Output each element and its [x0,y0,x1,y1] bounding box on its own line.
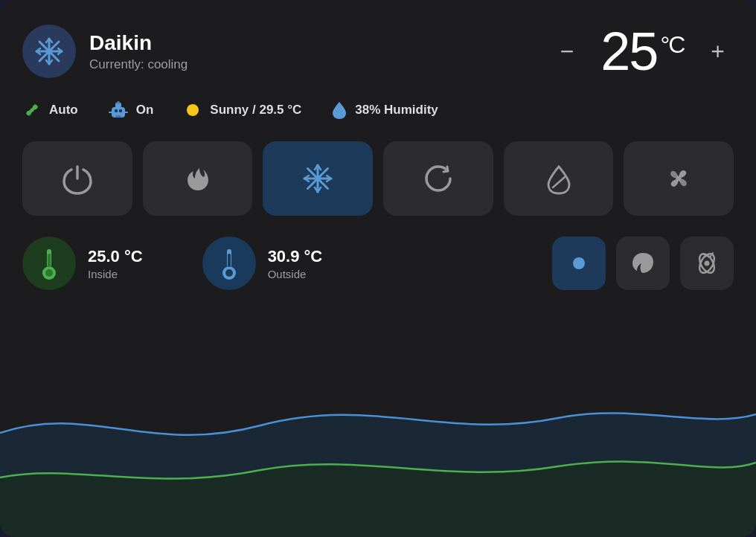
brand-text: Daikin Currently: cooling [89,30,188,72]
mode-cool-button[interactable] [263,141,373,216]
power-status: On [108,100,154,120]
svg-point-44 [573,257,585,269]
svg-point-35 [676,176,682,181]
mode-heat-button[interactable] [143,141,253,216]
svg-line-34 [553,177,565,187]
power-label: On [136,103,154,118]
droplet-icon [331,100,347,120]
fan-icon [22,100,42,120]
humidity-status: 38% Humidity [331,100,438,120]
svg-rect-20 [115,115,121,118]
header-left: Daikin Currently: cooling [22,25,188,78]
outside-temp-value: 30.9 °C [268,247,323,266]
mode-auto-button[interactable] [383,141,493,216]
dot-action-button[interactable] [552,237,606,290]
svg-point-42 [225,269,233,277]
mode-dry-button[interactable] [504,141,614,216]
temp-display: 25 °C [600,21,684,82]
mode-buttons [22,141,734,216]
svg-point-12 [31,109,34,112]
svg-rect-15 [119,109,122,112]
fan-status: Auto [22,100,78,120]
outside-temp-reading: 30.9 °C Outside [202,237,323,290]
svg-point-47 [705,261,710,266]
svg-point-38 [45,269,53,277]
temp-value: 25 [600,21,657,82]
brand-name: Daikin [89,30,188,56]
robot-icon [108,100,129,120]
temp-readings: 25.0 °C Inside 30.9 °C Outside [22,237,734,290]
weather-status: Sunny / 29.5 °C [183,100,301,120]
svg-rect-43 [228,254,231,267]
inside-label: Inside [88,268,143,280]
eco-action-button[interactable] [616,237,670,290]
temp-increase-button[interactable]: + [702,33,734,69]
outside-temp-text: 30.9 °C Outside [268,247,323,280]
svg-rect-39 [48,254,51,267]
temp-decrease-button[interactable]: − [551,33,583,69]
header: Daikin Currently: cooling − 25 °C + [22,21,734,82]
svg-point-17 [117,101,120,104]
action-buttons [552,237,734,290]
turbo-action-button[interactable] [680,237,734,290]
brand-status: Currently: cooling [89,57,188,72]
temp-control: − 25 °C + [551,21,734,82]
mode-power-button[interactable] [22,141,132,216]
outside-label: Outside [268,268,323,280]
inside-temp-circle [22,237,76,290]
temp-unit: °C [660,31,684,59]
inside-temp-value: 25.0 °C [88,247,143,266]
snowflake-brand-icon [33,36,65,67]
wave-chart [0,373,756,537]
svg-rect-14 [115,109,118,112]
brand-icon [22,25,76,78]
outside-temp-circle [202,237,256,290]
weather-label: Sunny / 29.5 °C [210,103,301,118]
main-card: Daikin Currently: cooling − 25 °C + [0,0,756,537]
mode-fan-button[interactable] [624,141,734,216]
status-bar: Auto On [22,100,734,120]
inside-temp-text: 25.0 °C Inside [88,247,143,280]
inside-temp-reading: 25.0 °C Inside [22,237,143,290]
fan-label: Auto [49,103,78,118]
svg-point-21 [187,104,199,116]
sun-icon [183,100,202,120]
humidity-label: 38% Humidity [355,103,438,118]
